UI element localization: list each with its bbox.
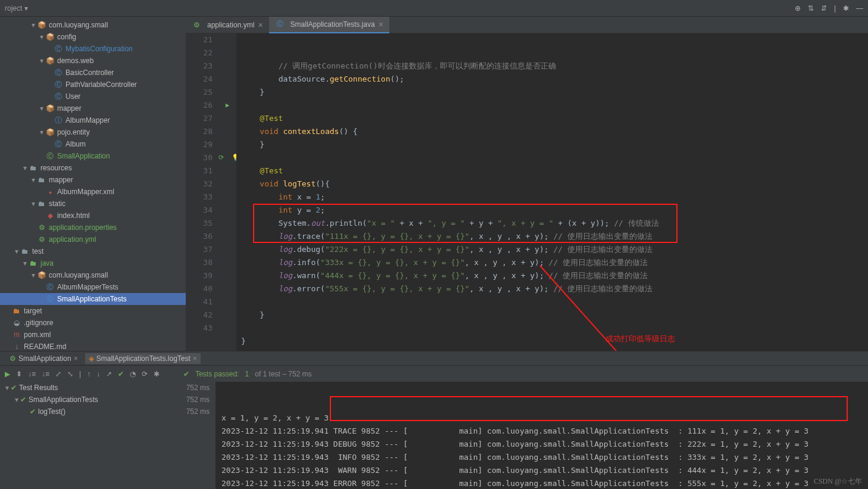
run-config-item[interactable]: ⚙SmallApplication× [6, 353, 82, 364]
test-row[interactable]: ▾✔SmallApplicationTests752 ms [0, 394, 216, 406]
watermark: CSDN @☆七年 [814, 476, 862, 487]
tree-item[interactable]: ▾🖿mapper [0, 174, 186, 186]
close-icon[interactable]: × [379, 20, 383, 29]
tree-item[interactable]: ⒾAlbumMapper [0, 114, 186, 126]
editor-tabs: ⚙application.yml×ⒸSmallApplicationTests.… [186, 17, 868, 33]
locate-icon[interactable]: ⊕ [795, 4, 801, 13]
console-line: x = 1, y = 2, x + y = 3 [221, 412, 862, 425]
main-area: ▾📦com.luoyang.small▾📦configⒸMybatisConfi… [0, 17, 868, 351]
run-config-item[interactable]: ◈SmallApplicationTests.logTest× [85, 353, 201, 364]
tree-item[interactable]: 🖿target [0, 305, 186, 317]
test-results-panel: ▾✔Test Results752 ms▾✔SmallApplicationTe… [0, 382, 868, 489]
tree-item[interactable]: ⒸUser [0, 91, 186, 102]
tree-item[interactable]: ⬥AlbumMapper.xml [0, 186, 186, 198]
tree-item[interactable]: ▾📦config [0, 31, 186, 43]
expand-icon[interactable]: ⇅ [808, 4, 814, 13]
clock-icon[interactable]: ◔ [130, 370, 136, 378]
close-icon[interactable]: × [74, 354, 78, 363]
tree-item[interactable]: ⒸAlbumMapperTests [0, 281, 186, 293]
collapse-icon[interactable]: ⇵ [821, 4, 827, 13]
history-icon[interactable]: ⟳ [142, 370, 148, 378]
filter-icon[interactable]: ↓≡ [42, 370, 49, 378]
tree-item[interactable]: ▾📦demos.web [0, 55, 186, 67]
gutter-icons: ▶⟳ 💡 [218, 33, 236, 351]
tree-item[interactable]: ▾📦com.luoyang.small [0, 19, 186, 31]
down-icon[interactable]: ↓ [96, 370, 100, 378]
tree-item[interactable]: ⒸPathVariableController [0, 79, 186, 91]
tree-item[interactable]: ⚙application.yml [0, 233, 186, 245]
hide-icon[interactable]: — [856, 4, 863, 13]
up-icon[interactable]: ↑ [87, 370, 90, 378]
editor-tab[interactable]: ⒸSmallApplicationTests.java× [269, 17, 389, 33]
line-gutter: 2122232425262728293031323334353637383940… [186, 33, 218, 351]
tests-passed-count: 1 [245, 370, 249, 378]
tree-item[interactable]: ◒.gitignore [0, 317, 186, 329]
console-line: 2023-12-12 11:25:19.941 TRACE 9852 --- [… [221, 425, 862, 438]
rerun-icon[interactable]: ▶ [5, 370, 10, 378]
tests-of-label: of 1 test – 752 ms [255, 370, 311, 378]
console-output[interactable]: x = 1, y = 2, x + y = 32023-12-12 11:25:… [216, 382, 868, 489]
tree-item[interactable]: ▾🖿static [0, 198, 186, 210]
console-line: 2023-12-12 11:25:19.943 DEBUG 9852 --- [… [221, 438, 862, 451]
run-config-bar: ⚙SmallApplication×◈SmallApplicationTests… [0, 351, 868, 365]
console-line: 2023-12-12 11:25:19.943 WARN 9852 --- [ … [221, 464, 862, 477]
editor: ⚙application.yml×ⒸSmallApplicationTests.… [186, 17, 868, 351]
tree-item[interactable]: ▾🖿resources [0, 162, 186, 174]
gear-icon[interactable]: ✱ [843, 4, 849, 13]
tree-item[interactable]: ⒸAlbum [0, 138, 186, 150]
tree-item[interactable]: ▾🖿java [0, 257, 186, 269]
tree-item[interactable]: ▾🖿test [0, 245, 186, 257]
tests-passed-label: Tests passed: [195, 370, 239, 378]
code-area[interactable]: 2122232425262728293031323334353637383940… [186, 33, 868, 351]
tree-item[interactable]: ⒸSmallApplication [0, 150, 186, 162]
project-tree[interactable]: ▾📦com.luoyang.small▾📦configⒸMybatisConfi… [0, 17, 186, 351]
tree-item[interactable]: ↓README.md [0, 341, 186, 351]
expand-all-icon[interactable]: ⤢ [55, 370, 61, 378]
tree-item[interactable]: mpom.xml [0, 329, 186, 341]
close-icon[interactable]: × [258, 20, 263, 30]
tree-item[interactable]: ⒸBasicController [0, 67, 186, 79]
project-label[interactable]: roject [5, 4, 22, 13]
code-content[interactable]: // 调用getConnection()时会连接数据库，即可以判断配的连接信息是… [236, 33, 868, 351]
divider: | [79, 370, 81, 378]
gear-icon[interactable]: ✱ [154, 370, 160, 378]
export-icon[interactable]: ↗ [106, 370, 112, 378]
tree-item[interactable]: ⒸMybatisConfiguration [0, 43, 186, 55]
test-row[interactable]: ✔logTest()752 ms [0, 406, 216, 418]
tree-item[interactable]: ▾📦mapper [0, 102, 186, 114]
test-tree[interactable]: ▾✔Test Results752 ms▾✔SmallApplicationTe… [0, 382, 216, 489]
tree-item[interactable]: ▾📦pojo.entity [0, 126, 186, 138]
check-icon[interactable]: ✔ [118, 370, 124, 378]
sort-icon[interactable]: ↓≡ [28, 370, 36, 378]
editor-tab[interactable]: ⚙application.yml× [186, 17, 269, 33]
toggle-icon[interactable]: ⬍ [16, 370, 22, 378]
tree-item[interactable]: ▾📦com.luoyang.small [0, 269, 186, 281]
tree-item[interactable]: ◆index.html [0, 210, 186, 222]
project-toolbar: roject ▾ ⊕ ⇅ ⇵ | ✱ — [0, 0, 868, 17]
tree-item[interactable]: ⒸSmallApplicationTests [0, 293, 186, 305]
console-line: 2023-12-12 11:25:19.943 INFO 9852 --- [ … [221, 451, 862, 464]
pass-check-icon: ✔ [183, 370, 189, 378]
tree-item[interactable]: ⚙application.properties [0, 222, 186, 233]
collapse-all-icon[interactable]: ⤡ [67, 370, 73, 378]
run-toolbar: ▶ ⬍ ↓≡ ↓≡ ⤢ ⤡ | ↑ ↓ ↗ ✔ ◔ ⟳ ✱ ✔ Tests pa… [0, 365, 868, 382]
test-row[interactable]: ▾✔Test Results752 ms [0, 382, 216, 394]
divider: | [834, 4, 836, 13]
console-line: 2023-12-12 11:25:19.943 ERROR 9852 --- [… [221, 477, 862, 489]
close-icon[interactable]: × [193, 354, 197, 363]
chevron-down-icon[interactable]: ▾ [24, 4, 28, 13]
